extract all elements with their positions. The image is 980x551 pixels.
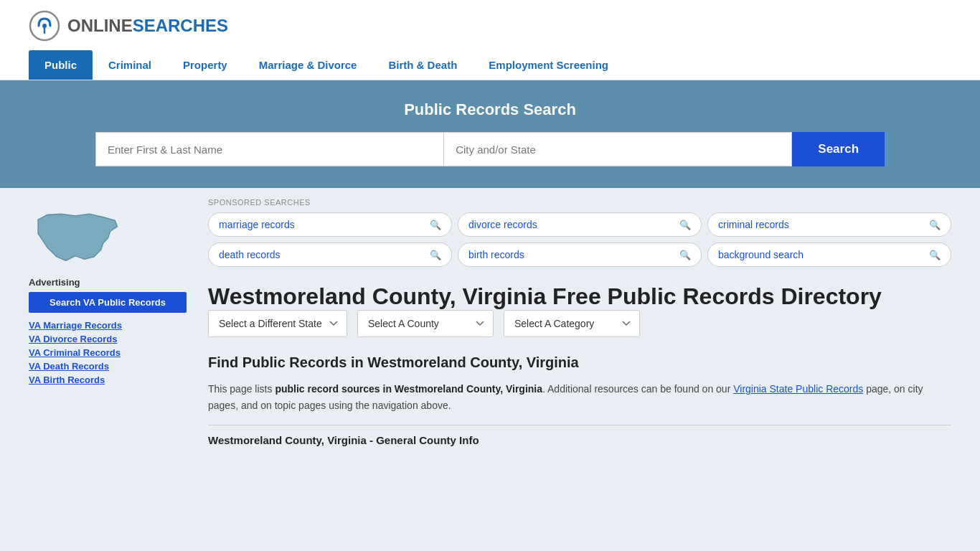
search-icon-birth: 🔍 [679,250,691,260]
desc-part2: . Additional resources can be found on o… [542,383,733,395]
nav-employment[interactable]: Employment Screening [473,50,624,80]
search-icon-marriage: 🔍 [430,220,441,230]
hero-section: Public Records Search Search [0,80,980,188]
sponsored-item-criminal[interactable]: criminal records 🔍 [707,212,951,237]
search-bar: Search [95,132,885,166]
sponsored-label-criminal: criminal records [718,219,789,230]
nav: Public Criminal Property Marriage & Divo… [29,50,951,80]
nav-public[interactable]: Public [29,50,93,80]
main-content: Advertising Search VA Public Records VA … [0,188,980,446]
sponsored-label-death: death records [219,249,281,260]
sponsored-item-divorce[interactable]: divorce records 🔍 [458,212,702,237]
logo-icon [29,10,60,42]
name-input[interactable] [95,132,443,166]
nav-birth-death[interactable]: Birth & Death [372,50,473,80]
content-area: SPONSORED SEARCHES marriage records 🔍 di… [208,188,951,446]
sponsored-item-birth[interactable]: birth records 🔍 [458,242,702,267]
sponsored-item-background[interactable]: background search 🔍 [707,242,951,267]
city-input[interactable] [443,132,792,166]
search-icon-criminal: 🔍 [929,220,941,230]
hero-title: Public Records Search [29,100,951,119]
desc-bold: public record sources in Westmoreland Co… [275,383,542,395]
nav-marriage-divorce[interactable]: Marriage & Divorce [243,50,373,80]
section-sub-heading: Westmoreland County, Virginia - General … [208,434,951,446]
sponsored-label: SPONSORED SEARCHES [208,198,951,207]
page-title: Westmoreland County, Virginia Free Publi… [208,283,951,310]
desc-part1: This page lists [208,383,275,395]
logo-text: ONLINESEARCHES [67,16,228,36]
sponsored-grid: marriage records 🔍 divorce records 🔍 cri… [208,212,951,267]
find-description: This page lists public record sources in… [208,381,951,413]
desc-link[interactable]: Virginia State Public Records [733,383,863,395]
nav-property[interactable]: Property [167,50,243,80]
sponsored-label-birth: birth records [468,249,524,260]
sponsored-item-marriage[interactable]: marriage records 🔍 [208,212,452,237]
sponsored-label-marriage: marriage records [219,219,295,230]
sidebar-link-marriage[interactable]: VA Marriage Records [29,320,187,331]
virginia-map [29,202,122,274]
sponsored-item-death[interactable]: death records 🔍 [208,242,452,267]
search-va-button[interactable]: Search VA Public Records [29,292,187,313]
search-icon-background: 🔍 [929,250,941,260]
search-icon-divorce: 🔍 [679,220,691,230]
dropdowns-row: Select a Different State Select A County… [208,310,951,337]
category-dropdown[interactable]: Select A Category [504,310,640,337]
header: ONLINESEARCHES Public Criminal Property … [0,0,980,80]
search-icon-death: 🔍 [430,250,441,260]
section-divider [208,425,951,425]
search-button[interactable]: Search [792,132,885,166]
advertising-label: Advertising [29,277,187,288]
sidebar-link-birth[interactable]: VA Birth Records [29,375,187,385]
nav-criminal[interactable]: Criminal [93,50,167,80]
sidebar: Advertising Search VA Public Records VA … [29,188,187,446]
sidebar-link-death[interactable]: VA Death Records [29,361,187,372]
county-dropdown[interactable]: Select A County [357,310,494,337]
sidebar-link-criminal[interactable]: VA Criminal Records [29,347,187,358]
find-heading: Find Public Records in Westmoreland Coun… [208,354,951,371]
sponsored-label-divorce: divorce records [468,219,537,230]
logo-area: ONLINESEARCHES [29,10,951,42]
sponsored-label-background: background search [718,249,804,260]
sidebar-link-divorce[interactable]: VA Divorce Records [29,334,187,344]
state-dropdown[interactable]: Select a Different State [208,310,347,337]
